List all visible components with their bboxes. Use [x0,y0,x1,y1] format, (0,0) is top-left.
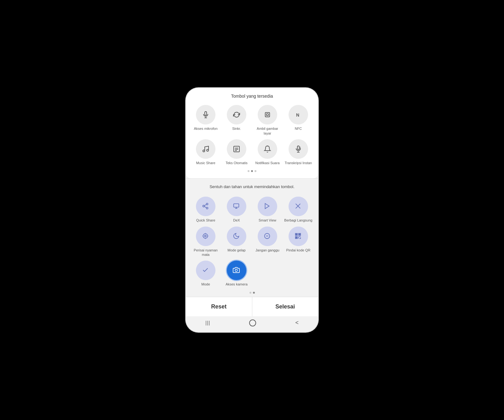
svg-point-7 [207,149,209,151]
icon-circle-berbagi [289,197,308,216]
available-item-sync[interactable]: Sinkr. [222,105,251,135]
nav-bar: ||| < [186,316,318,332]
active-item-quickshare[interactable]: Quick Share [191,197,220,222]
icon-label-jangan: Jangan ganggu [255,248,279,252]
nav-recent-icon[interactable]: ||| [205,320,210,326]
svg-point-19 [206,203,208,205]
icon-circle-kamera [227,261,246,280]
done-button[interactable]: Selesai [252,297,318,316]
available-item-notif[interactable]: Notifikasi Suara [253,139,282,165]
dots-available [186,168,318,175]
svg-point-20 [203,205,205,207]
icon-label-sync: Sinkr. [232,126,241,131]
icon-label-mode: Mode [201,282,210,286]
icon-label-kamera: Akses kamera [226,282,248,286]
active-item-kamera[interactable]: Akses kamera [222,261,251,286]
svg-point-30 [203,233,208,238]
icon-label-qr: Pindai kode QR [286,248,310,252]
icon-circle-modegelap [227,227,246,246]
active-item-dex[interactable]: DeX [222,197,251,222]
active-item-berbagi[interactable]: Berbagi Langsung [284,197,313,222]
dot-3 [255,170,256,172]
svg-point-31 [204,235,206,237]
reset-button[interactable]: Reset [186,297,252,316]
icon-label-modegelap: Mode gelap [227,248,246,252]
icon-circle-mic [196,105,215,124]
svg-rect-4 [266,114,268,116]
icon-label-screenshot: Ambil gambar layar [253,126,282,135]
icon-label-music: Music Share [196,161,215,165]
phone-frame: Tombol yang tersedia Akses mikrofonSinkr… [186,88,318,332]
nav-home-icon[interactable] [249,319,256,326]
icon-label-dex: DeX [233,218,240,222]
svg-line-22 [204,207,206,208]
available-section: Tombol yang tersedia Akses mikrofonSinkr… [186,88,318,178]
icon-label-mic: Akses mikrofon [194,126,217,131]
svg-point-21 [206,207,208,209]
active-item-smartview[interactable]: Smart View [253,197,282,222]
dot-a2 [253,292,255,294]
footer-buttons: Reset Selesai [186,297,318,316]
icon-circle-notif [258,139,277,159]
available-item-transcript[interactable]: Transkripsi Instan [284,139,313,165]
icon-label-perisai: Perisai nyaman mata [191,248,220,257]
active-grid: Quick ShareDeXSmart ViewBerbagi Langsung… [186,193,318,290]
available-item-screenshot[interactable]: Ambil gambar layar [253,105,282,135]
icon-circle-qr [289,227,308,246]
svg-rect-3 [265,112,270,117]
icon-label-notif: Notifikasi Suara [255,161,279,165]
icon-circle-quickshare [196,197,215,216]
active-item-qr[interactable]: Pindai kode QR [284,227,313,257]
icon-circle-perisai [196,227,215,246]
icon-label-transcript: Transkripsi Instan [285,161,312,165]
dot-1 [248,170,249,172]
dot-a1 [249,292,251,294]
svg-rect-41 [296,234,297,235]
available-title: Tombol yang tersedia [186,88,318,102]
icon-label-text: Teks Otomatis [226,161,248,165]
svg-marker-27 [265,204,269,209]
available-item-mic[interactable]: Akses mikrofon [191,105,220,135]
svg-rect-0 [205,112,207,115]
icon-circle-mode [196,261,215,280]
icon-circle-nfc: N [289,105,308,124]
icon-label-nfc: NFC [295,126,302,131]
icon-circle-text [227,139,246,159]
available-item-nfc[interactable]: NNFC [284,105,313,135]
dot-2 [251,170,253,172]
active-item-jangan[interactable]: Jangan ganggu [253,227,282,257]
svg-point-48 [235,269,237,271]
nav-back-icon[interactable]: < [295,319,299,326]
icon-circle-jangan [258,227,277,246]
available-item-music[interactable]: Music Share [191,139,220,165]
touch-hint: Sentuh dan tahan untuk memindahkan tombo… [186,182,318,193]
icon-label-smartview: Smart View [259,218,276,222]
active-item-mode[interactable]: Mode [191,261,220,286]
svg-rect-13 [297,146,299,150]
active-item-perisai[interactable]: Perisai nyaman mata [191,227,220,257]
svg-text:N: N [296,112,299,118]
dots-active [186,290,318,297]
svg-point-6 [203,150,205,152]
icon-circle-music [196,139,215,159]
svg-line-23 [204,204,206,206]
icon-circle-dex [227,197,246,216]
bottom-section: Sentuh dan tahan untuk memindahkan tombo… [186,179,318,296]
icon-circle-sync [227,105,246,124]
icon-circle-transcript [289,139,308,159]
available-grid: Akses mikrofonSinkr.Ambil gambar layarNN… [186,102,318,168]
icon-label-berbagi: Berbagi Langsung [284,218,312,222]
icon-circle-smartview [258,197,277,216]
svg-rect-43 [296,237,297,238]
icon-label-quickshare: Quick Share [196,218,215,222]
available-item-text[interactable]: Teks Otomatis [222,139,251,165]
icon-circle-screenshot [258,105,277,124]
svg-rect-42 [299,234,300,235]
active-item-modegelap[interactable]: Mode gelap [222,227,251,257]
svg-rect-24 [234,204,239,207]
